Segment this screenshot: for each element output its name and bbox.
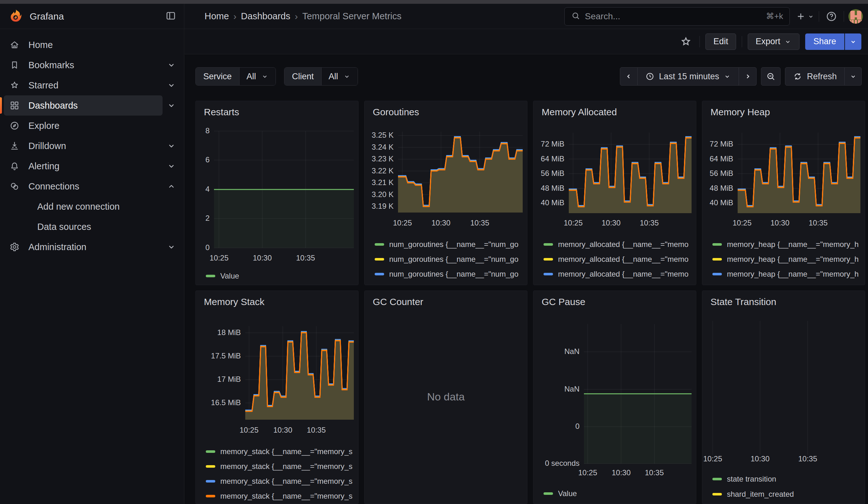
legend-item[interactable]: memory_allocated {__name__="memo (544, 252, 693, 267)
brand-title: Grafana (30, 11, 64, 22)
legend-series-label: memory_allocated {__name__="memo (558, 255, 689, 264)
sidebar-item-starred[interactable]: Starred (4, 75, 163, 95)
chevron-down-icon (343, 73, 351, 80)
sidebar-item-label: Bookmarks (28, 60, 74, 70)
legend-series-color (375, 258, 384, 260)
legend-series-color (712, 258, 722, 260)
sidebar-item-administration[interactable]: Administration (4, 237, 163, 257)
user-avatar[interactable] (848, 9, 863, 24)
legend-item[interactable]: memory_heap {__name__="memory_h (712, 237, 862, 252)
sidebar-item-explore[interactable]: Explore (4, 116, 180, 136)
chevron-down-icon (261, 73, 269, 80)
chevron-down-icon[interactable] (163, 56, 180, 74)
service-filter-label: Service (196, 68, 240, 85)
chevron-down-icon[interactable] (163, 137, 180, 155)
time-range-picker[interactable]: Last 15 minutes (638, 67, 739, 85)
share-split-button: Share (805, 33, 861, 50)
panel-gc_counter: GC CounterNo data (364, 290, 527, 504)
header-divider (819, 11, 819, 22)
legend-item[interactable]: memory_heap {__name__="memory_h (712, 281, 862, 285)
dashboard-toolbar: Edit Export Share (185, 29, 868, 54)
legend-item[interactable]: memory_allocated {__name__="memo (544, 237, 693, 252)
sidebar-item-connections[interactable]: Connections (4, 176, 163, 196)
star-dashboard-icon[interactable] (678, 36, 694, 48)
time-range-group: Last 15 minutes (620, 67, 757, 85)
legend-item[interactable]: memory_stack {__name__="memory_s (206, 474, 355, 488)
legend-item[interactable]: memory_stack {__name__="memory_s (206, 444, 355, 459)
legend-item[interactable]: num_goroutines {__name__="num_go (375, 281, 524, 285)
breadcrumb-separator: › (295, 11, 298, 22)
link-icon (9, 181, 20, 192)
legend-item[interactable]: memory_stack {__name__="memory_s (206, 488, 355, 503)
zoom-out-button[interactable] (761, 67, 781, 85)
time-controls: Last 15 minutes Refresh (620, 67, 862, 85)
sidebar-item-label: Add new connection (37, 202, 120, 212)
legend-series-color (544, 492, 553, 495)
legend-item[interactable]: memory_stack {__name__="memory_s (206, 459, 355, 474)
export-button[interactable]: Export (748, 33, 799, 50)
legend-item[interactable]: memory_allocated {__name__="memo (544, 281, 693, 285)
legend-item[interactable]: Value (206, 268, 355, 283)
dock-sidebar-toggle-icon[interactable] (165, 10, 176, 23)
sidebar-item-drilldown[interactable]: Drilldown (4, 136, 163, 156)
legend-item[interactable]: Value (544, 486, 693, 501)
time-back-button[interactable] (620, 67, 638, 85)
restarts-chart (196, 101, 359, 285)
content-area: Edit Export Share Service All (185, 29, 868, 504)
panel-mem_heap: Memory Heap72 MiB64 MiB56 MiB48 MiB40 Mi… (702, 101, 865, 285)
add-new-button[interactable] (795, 11, 814, 22)
legend-item[interactable]: state transition (712, 472, 862, 487)
sidebar-row: Connections (4, 176, 180, 196)
sidebar-row: Bookmarks (4, 55, 180, 75)
sidebar-item-dashboards[interactable]: Dashboards (4, 95, 163, 116)
service-filter-value[interactable]: All (240, 68, 276, 85)
share-dropdown-chevron[interactable] (845, 33, 861, 50)
legend-series-color (712, 493, 722, 495)
sidebar-item-bookmarks[interactable]: Bookmarks (4, 55, 163, 75)
legend-item[interactable]: memory_heap {__name__="memory_h (712, 267, 862, 281)
sidebar-item-label: Administration (28, 242, 86, 252)
sidebar-item-alerting[interactable]: Alerting (4, 156, 163, 176)
grafana-logo-icon[interactable] (8, 8, 23, 25)
chevron-down-icon[interactable] (163, 157, 180, 175)
client-filter-value[interactable]: All (322, 68, 358, 85)
panel-title[interactable]: GC Counter (373, 297, 423, 307)
panel-legend: memory_heap {__name__="memory_hmemory_he… (712, 237, 862, 285)
sidebar-item-add-new-connection[interactable]: Add new connection (4, 196, 180, 217)
sidebar-item-home[interactable]: Home (4, 35, 180, 55)
legend-item[interactable]: memory_heap {__name__="memory_h (712, 252, 862, 267)
panel-legend: Value (544, 486, 693, 501)
search-input[interactable]: Search... ⌘+k (564, 7, 790, 25)
chevron-up-icon[interactable] (163, 177, 180, 195)
edit-button[interactable]: Edit (705, 33, 736, 50)
sidebar-row: Explore (4, 116, 180, 136)
toolbar-divider (742, 36, 742, 48)
legend-item[interactable]: num_goroutines {__name__="num_go (375, 267, 524, 281)
legend-series-label: num_goroutines {__name__="num_go (389, 255, 519, 264)
legend-item[interactable]: shard_item_created (712, 487, 862, 502)
legend-series-color (206, 275, 215, 277)
top-header: Grafana Home › Dashboards › Temporal Ser… (0, 4, 868, 29)
refresh-interval-chevron[interactable] (845, 67, 862, 85)
help-icon[interactable] (824, 10, 839, 22)
legend-item[interactable]: num_goroutines {__name__="num_go (375, 237, 524, 252)
time-forward-button[interactable] (739, 67, 757, 85)
sidebar-item-label: Explore (28, 121, 59, 131)
chevron-down-icon[interactable] (163, 96, 180, 114)
panel-restarts: Restarts8642010:2510:3010:35Value (195, 101, 359, 285)
share-button[interactable]: Share (805, 33, 844, 50)
sidebar-item-label: Alerting (28, 161, 59, 172)
sidebar-item-data-sources[interactable]: Data sources (4, 217, 180, 237)
legend-item[interactable]: memory_allocated {__name__="memo (544, 267, 693, 281)
panel-legend: memory_stack {__name__="memory_smemory_s… (206, 444, 355, 503)
toolbar-divider (700, 36, 700, 48)
gc_pause-chart (534, 291, 696, 504)
breadcrumb-dashboards[interactable]: Dashboards (241, 11, 290, 21)
panel-legend: num_goroutines {__name__="num_gonum_goro… (375, 237, 524, 285)
legend-item[interactable]: num_goroutines {__name__="num_go (375, 252, 524, 267)
breadcrumb-home[interactable]: Home (205, 11, 229, 21)
chevron-down-icon[interactable] (163, 76, 180, 94)
legend-series-label: Value (220, 271, 239, 280)
chevron-down-icon[interactable] (163, 238, 180, 256)
refresh-button[interactable]: Refresh (785, 67, 845, 85)
